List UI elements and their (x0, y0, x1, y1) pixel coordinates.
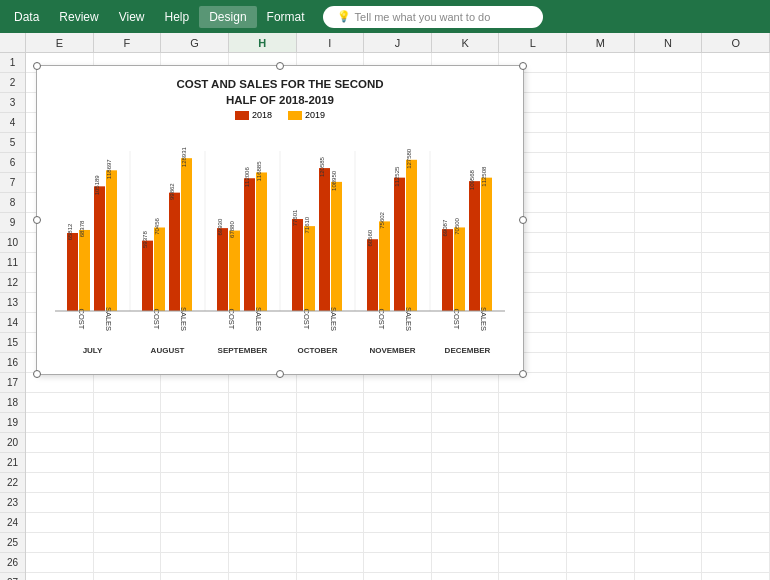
grid-cell[interactable] (229, 373, 297, 393)
menu-review[interactable]: Review (49, 6, 108, 28)
grid-cell[interactable] (161, 493, 229, 513)
grid-cell[interactable] (161, 413, 229, 433)
grid-cell[interactable] (567, 93, 635, 113)
grid-cell[interactable] (432, 433, 500, 453)
col-k[interactable]: K (432, 33, 500, 52)
grid-cell[interactable] (567, 273, 635, 293)
grid-cell[interactable] (635, 213, 703, 233)
grid-cell[interactable] (499, 513, 567, 533)
grid-cell[interactable] (161, 433, 229, 453)
grid-cell[interactable] (702, 393, 770, 413)
grid-cell[interactable] (567, 213, 635, 233)
grid-cell[interactable] (297, 433, 365, 453)
row-num-2[interactable]: 2 (0, 73, 25, 93)
grid-cell[interactable] (702, 433, 770, 453)
grid-cell[interactable] (635, 273, 703, 293)
grid-cell[interactable] (567, 373, 635, 393)
grid-cell[interactable] (567, 193, 635, 213)
col-h[interactable]: H (229, 33, 297, 52)
grid-cell[interactable] (229, 513, 297, 533)
grid-cell[interactable] (567, 493, 635, 513)
grid-cell[interactable] (567, 253, 635, 273)
grid-cell[interactable] (702, 273, 770, 293)
grid-cell[interactable] (702, 113, 770, 133)
grid-cell[interactable] (635, 513, 703, 533)
grid-cell[interactable] (26, 553, 94, 573)
chart-container[interactable]: COST AND SALES FOR THE SECOND HALF OF 20… (36, 65, 524, 375)
grid-cell[interactable] (229, 433, 297, 453)
grid-cell[interactable] (702, 53, 770, 73)
grid-cell[interactable] (26, 473, 94, 493)
grid-cell[interactable] (161, 513, 229, 533)
grid-cell[interactable] (702, 353, 770, 373)
col-o[interactable]: O (702, 33, 770, 52)
grid-cell[interactable] (94, 373, 162, 393)
grid-cell[interactable] (432, 513, 500, 533)
grid-cell[interactable] (702, 213, 770, 233)
grid-cell[interactable] (499, 533, 567, 553)
grid-cell[interactable] (94, 433, 162, 453)
handle-mid-right[interactable] (519, 216, 527, 224)
grid-cell[interactable] (26, 533, 94, 553)
grid-cell[interactable] (229, 393, 297, 413)
grid-cell[interactable] (567, 53, 635, 73)
row-num-26[interactable]: 26 (0, 553, 25, 573)
row-num-16[interactable]: 16 (0, 353, 25, 373)
grid-cell[interactable] (229, 453, 297, 473)
grid-cell[interactable] (567, 173, 635, 193)
row-num-22[interactable]: 22 (0, 473, 25, 493)
grid-cell[interactable] (702, 153, 770, 173)
handle-top-left[interactable] (33, 62, 41, 70)
grid-cell[interactable] (635, 193, 703, 213)
col-i[interactable]: I (297, 33, 365, 52)
grid-cell[interactable] (297, 393, 365, 413)
grid-cell[interactable] (567, 393, 635, 413)
grid-cell[interactable] (364, 473, 432, 493)
grid-cell[interactable] (702, 193, 770, 213)
col-m[interactable]: M (567, 33, 635, 52)
grid-cell[interactable] (229, 473, 297, 493)
grid-cell[interactable] (567, 313, 635, 333)
row-num-6[interactable]: 6 (0, 153, 25, 173)
row-num-13[interactable]: 13 (0, 293, 25, 313)
grid-cell[interactable] (297, 473, 365, 493)
grid-cell[interactable] (499, 573, 567, 580)
grid-cell[interactable] (229, 533, 297, 553)
col-e[interactable]: E (26, 33, 94, 52)
row-num-3[interactable]: 3 (0, 93, 25, 113)
grid-cell[interactable] (161, 393, 229, 413)
grid-cell[interactable] (161, 473, 229, 493)
grid-cell[interactable] (635, 373, 703, 393)
grid-cell[interactable] (297, 533, 365, 553)
grid-cell[interactable] (229, 493, 297, 513)
grid-cell[interactable] (161, 373, 229, 393)
grid-cell[interactable] (297, 413, 365, 433)
grid-cell[interactable] (702, 413, 770, 433)
grid-cell[interactable] (94, 533, 162, 553)
grid-cell[interactable] (94, 473, 162, 493)
grid-cell[interactable] (702, 173, 770, 193)
grid-cell[interactable] (567, 113, 635, 133)
grid-cell[interactable] (432, 473, 500, 493)
grid-cell[interactable] (702, 253, 770, 273)
menu-format[interactable]: Format (257, 6, 315, 28)
grid-cell[interactable] (499, 553, 567, 573)
grid-cell[interactable] (702, 73, 770, 93)
grid-cell[interactable] (297, 373, 365, 393)
grid-cell[interactable] (297, 513, 365, 533)
grid-cell[interactable] (432, 493, 500, 513)
row-num-27[interactable]: 27 (0, 573, 25, 580)
row-num-15[interactable]: 15 (0, 333, 25, 353)
handle-mid-left[interactable] (33, 216, 41, 224)
grid-cell[interactable] (567, 353, 635, 373)
grid-cell[interactable] (364, 493, 432, 513)
grid-cell[interactable] (635, 313, 703, 333)
grid-cell[interactable] (364, 393, 432, 413)
grid-cell[interactable] (94, 553, 162, 573)
grid-cell[interactable] (161, 553, 229, 573)
handle-bot-mid[interactable] (276, 370, 284, 378)
tell-me-bar[interactable]: 💡 Tell me what you want to do (323, 6, 543, 28)
grid-cell[interactable] (432, 453, 500, 473)
row-num-1[interactable]: 1 (0, 53, 25, 73)
grid-cell[interactable] (635, 233, 703, 253)
